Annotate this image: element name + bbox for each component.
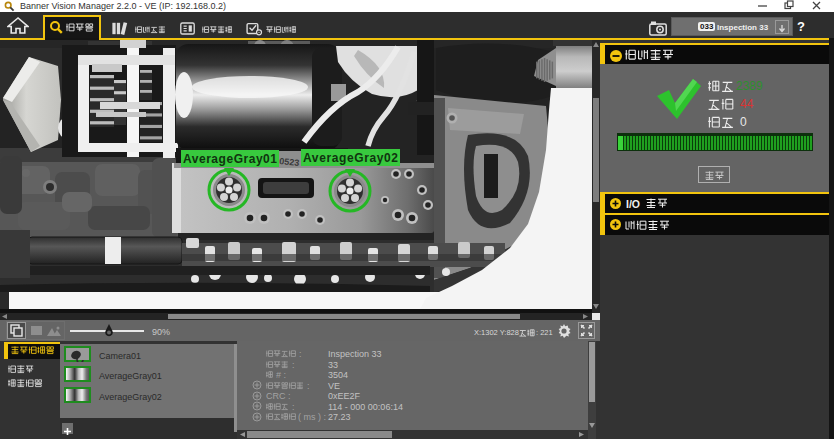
- svg-text:0523: 0523: [279, 156, 300, 168]
- svg-text:AverageGray01: AverageGray01: [183, 152, 277, 166]
- svg-text:AverageGray02: AverageGray02: [303, 151, 398, 165]
